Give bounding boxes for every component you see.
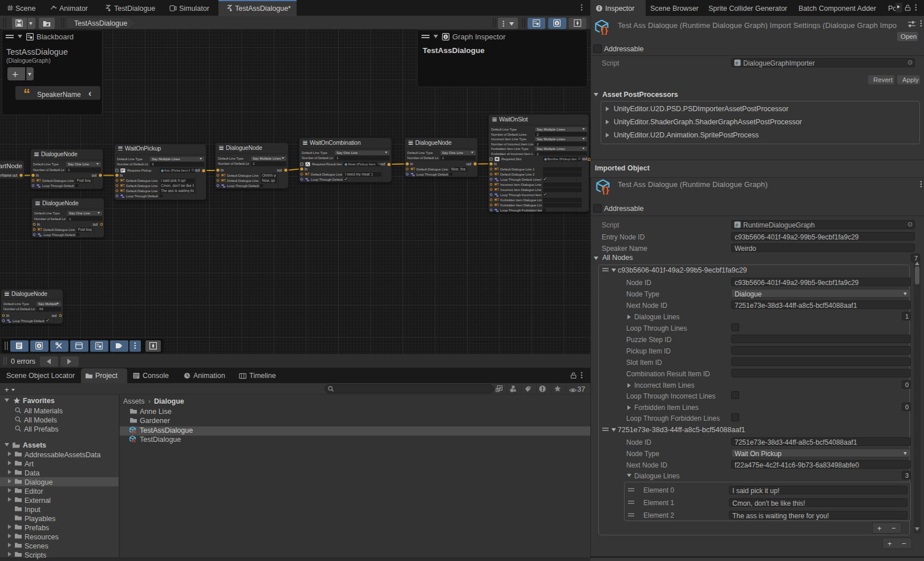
svg-text:{}: {} (601, 25, 608, 35)
svg-text:#: # (735, 222, 738, 228)
svg-text:{}: {} (132, 429, 136, 433)
svg-text:{}: {} (602, 185, 609, 194)
svg-text:#: # (735, 60, 738, 66)
svg-text:{}: {} (132, 438, 136, 442)
